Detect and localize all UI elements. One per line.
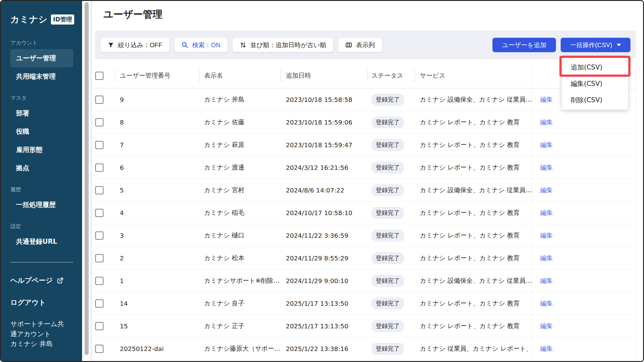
menu-item-delete-csv[interactable]: 削除(CSV)	[562, 92, 628, 108]
sidebar: カミナシ ID管理 アカウントユーザー管理共用端末管理マスタ部署役職雇用形態拠点…	[1, 1, 82, 361]
columns-icon	[345, 42, 352, 48]
sidebar-divider	[10, 262, 73, 263]
cell-services: カミナシ レポート、カミナシ 教育	[415, 134, 532, 156]
row-checkbox[interactable]	[95, 118, 103, 126]
cell-user-id: 8	[115, 111, 199, 133]
chevron-down-icon	[617, 44, 621, 46]
sidebar-item-bulk-history[interactable]: 一括処理履歴	[10, 196, 73, 214]
bulk-csv-button-label: 一括操作(CSV)	[570, 41, 612, 49]
help-link[interactable]: ヘルプページ	[10, 276, 82, 285]
header-cell-select	[92, 63, 115, 88]
sidebar-item-roles[interactable]: 役職	[10, 122, 73, 141]
sort-button[interactable]: 並び順：追加日時が古い順	[232, 38, 333, 52]
row-checkbox[interactable]	[95, 345, 103, 353]
cell-display-name: カミナシ 稲毛	[199, 202, 281, 224]
row-checkbox[interactable]	[95, 231, 103, 240]
cell-added-at: 2025/1/22 13:38:16	[281, 337, 368, 360]
sidebar-item-shared-devices[interactable]: 共用端末管理	[10, 67, 73, 86]
cell-select	[92, 111, 115, 133]
menu-item-add-csv[interactable]: 追加(CSV)	[562, 59, 628, 75]
edit-link[interactable]: 編集	[540, 276, 553, 285]
edit-link[interactable]: 編集	[540, 141, 553, 149]
sidebar-nav: アカウントユーザー管理共用端末管理マスタ部署役職雇用形態拠点履歴一括処理履歴設定…	[10, 39, 82, 251]
table-row: 3カミナシ 樋口2024/11/22 3:36:59登録完了カミナシ レポート、…	[92, 224, 636, 247]
row-checkbox[interactable]	[95, 277, 103, 285]
cell-status: 登録完了	[368, 270, 415, 292]
sidebar-section: マスタ部署役職雇用形態拠点	[10, 94, 82, 177]
sort-icon	[240, 42, 247, 48]
filter-button[interactable]: 絞り込み：OFF	[100, 38, 169, 52]
apps-grid-icon[interactable]	[77, 15, 79, 24]
edit-link[interactable]: 編集	[540, 118, 553, 126]
edit-link[interactable]: 編集	[540, 344, 553, 353]
edit-link[interactable]: 編集	[540, 95, 553, 104]
row-checkbox[interactable]	[95, 322, 103, 330]
sidebar-item-user-management[interactable]: ユーザー管理	[10, 49, 73, 67]
logo-row: カミナシ ID管理	[10, 14, 82, 25]
cell-display-name: カミナシ 井島	[199, 88, 281, 111]
sidebar-item-departments[interactable]: 部署	[10, 104, 73, 122]
account-user: カミナシ 井島	[10, 339, 69, 349]
cell-services: カミナシ 設備保全、カミナシ 従業員…	[415, 270, 532, 292]
account-info: サポートチーム共通アカウント カミナシ 井島	[10, 319, 82, 349]
cell-display-name: カミナシ 宮村	[199, 179, 281, 201]
bulk-csv-menu: 追加(CSV)編集(CSV)削除(CSV)	[562, 58, 628, 110]
sidebar-section: 履歴一括処理履歴	[10, 186, 82, 214]
search-button[interactable]: 検索：ON	[174, 38, 228, 52]
header-cell-status: ステータス	[368, 63, 415, 88]
help-link-label: ヘルプページ	[10, 276, 53, 285]
sidebar-item-employment-types[interactable]: 雇用形態	[10, 141, 73, 159]
sidebar-item-locations[interactable]: 拠点	[10, 159, 73, 177]
sidebar-item-common-registration-url[interactable]: 共通登録URL	[10, 232, 73, 251]
table-row: 14カミナシ 良子2025/1/17 13:13:50登録完了カミナシ レポート…	[92, 292, 636, 315]
cell-select	[92, 337, 115, 360]
select-all-checkbox[interactable]	[95, 72, 103, 80]
account-name: サポートチーム共通アカウント	[10, 319, 69, 339]
columns-button[interactable]: 表示列	[338, 38, 382, 52]
menu-item-edit-csv[interactable]: 編集(CSV)	[562, 75, 628, 92]
cell-status: 登録完了	[368, 111, 415, 133]
add-user-button[interactable]: ユーザーを追加	[492, 38, 556, 52]
cell-select	[92, 179, 115, 201]
cell-select	[92, 224, 115, 247]
cell-status: 登録完了	[368, 134, 415, 156]
row-checkbox[interactable]	[95, 141, 103, 149]
cell-actions: 編集	[532, 292, 636, 315]
status-badge: 登録完了	[371, 320, 404, 332]
status-badge: 登録完了	[371, 230, 404, 242]
cell-added-at: 2024/11/29 9:00:10	[281, 270, 368, 292]
logout-label: ログアウト	[10, 298, 46, 306]
table-row: 2カミナシ 松本2024/11/29 8:55:29登録完了カミナシ レポート、…	[92, 247, 636, 270]
cell-status: 登録完了	[368, 202, 415, 224]
sidebar-scrollbar[interactable]	[85, 2, 89, 355]
row-checkbox[interactable]	[95, 164, 103, 172]
sidebar-section-label: マスタ	[10, 94, 82, 102]
app-window: { "colors":{ "primary_blue":"#3355E1", "…	[0, 0, 644, 362]
edit-link[interactable]: 編集	[540, 322, 553, 330]
cell-added-at: 2023/10/18 15:59:47	[281, 134, 368, 156]
bulk-csv-button[interactable]: 一括操作(CSV)	[561, 38, 630, 52]
edit-link[interactable]: 編集	[540, 163, 553, 172]
logout-link[interactable]: ログアウト	[10, 298, 82, 307]
table-header-row: ユーザー管理番号 表示名 追加日時 ステータス サービス	[92, 63, 636, 88]
row-checkbox[interactable]	[95, 186, 103, 194]
status-badge: 登録完了	[371, 275, 404, 287]
cell-select	[92, 315, 115, 337]
row-checkbox[interactable]	[95, 254, 103, 262]
table-row: 4カミナシ 稲毛2024/10/17 10:58:10登録完了カミナシ レポート…	[92, 202, 636, 224]
cell-user-id: 9	[115, 88, 199, 111]
edit-link[interactable]: 編集	[540, 209, 553, 217]
row-checkbox[interactable]	[95, 209, 103, 217]
cell-actions: 編集	[532, 270, 636, 292]
edit-link[interactable]: 編集	[540, 231, 553, 240]
row-checkbox[interactable]	[95, 96, 103, 104]
row-checkbox[interactable]	[95, 299, 103, 308]
edit-link[interactable]: 編集	[540, 299, 553, 308]
brand-logo: カミナシ	[10, 14, 48, 25]
edit-link[interactable]: 編集	[540, 254, 553, 262]
edit-link[interactable]: 編集	[540, 186, 553, 194]
cell-services: カミナシ レポート、カミナシ 教育	[415, 224, 532, 247]
sidebar-scrollbar-track	[82, 1, 92, 361]
table-row: 20250122-daiカミナシ藤原大（サポー…2025/1/22 13:38:…	[92, 337, 636, 360]
status-badge: 登録完了	[371, 162, 404, 174]
